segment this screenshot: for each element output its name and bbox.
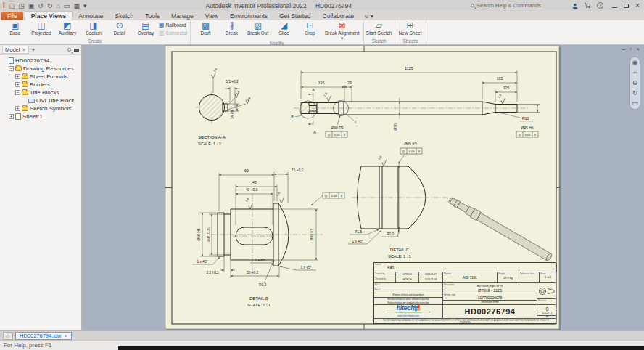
ribbon-appearance-icon[interactable]: ⊙ ▾ xyxy=(360,12,378,20)
start-sketch-button[interactable]: ▱Start Sketch xyxy=(366,20,392,36)
tree-expander-icon[interactable]: + xyxy=(15,106,20,111)
ribbon-tab-tools[interactable]: Tools xyxy=(139,12,165,20)
sheet-icon xyxy=(15,113,21,120)
tree-item-ovi-title-block[interactable]: OVI Title Block xyxy=(0,97,81,105)
break-out-button[interactable]: ▧Break Out xyxy=(245,20,271,36)
nailboard-button[interactable]: ▦Nailboard xyxy=(159,22,188,28)
drawing-sheet-svg: 5,5 +0,214 P91,61,61,6SECTION A-ASCALE: … xyxy=(82,45,644,330)
open-icon[interactable]: ◳ xyxy=(18,2,25,9)
projected-view-icon: ◫ xyxy=(28,21,54,30)
browser-tab-model[interactable]: Model ✕ xyxy=(2,46,29,54)
zoom-icon[interactable]: ⊕ xyxy=(632,80,638,86)
break-button[interactable]: ∦Break xyxy=(219,20,245,36)
inventor-window: I▢◳▣↺↻⌂▭▦▾ Autodesk Inventor Professiona… xyxy=(0,0,644,350)
tree-item-drawing-resources[interactable]: −Drawing Resources xyxy=(0,65,81,73)
draft-button[interactable]: ▩Draft xyxy=(193,20,219,36)
drawing-annotation: 50 +0,2 xyxy=(247,271,258,274)
checked-by: HITECH xyxy=(396,279,418,281)
drawing-annotation: ◎ xyxy=(402,150,405,153)
drawing-annotation: DETAIL B xyxy=(249,296,268,301)
slice-button[interactable]: ◢Slice xyxy=(271,20,297,36)
ribbon-tab-place-views[interactable]: Place Views xyxy=(25,11,73,20)
material-value: AISI 316L xyxy=(443,277,497,280)
sheet-icon[interactable]: ▭ xyxy=(64,2,70,9)
doc-minimize-icon[interactable]: – xyxy=(622,46,625,52)
browser-search-icon[interactable] xyxy=(67,48,71,52)
tree-item-label: Sketch Symbols xyxy=(30,105,71,112)
note-3: Surface finish as per standard unless sp… xyxy=(374,302,442,304)
search-input[interactable]: Search Help & Commands... xyxy=(471,2,565,9)
undo-icon[interactable]: ↺ xyxy=(38,2,44,9)
app-store-cart-icon[interactable] xyxy=(584,2,591,9)
doc-restore-icon[interactable]: ▫ xyxy=(629,46,632,52)
ribbon-tab-sketch[interactable]: Sketch xyxy=(109,12,139,20)
titlebar: I▢◳▣↺↻⌂▭▦▾ Autodesk Inventor Professiona… xyxy=(0,0,644,11)
tree-expander-icon[interactable]: − xyxy=(15,90,20,95)
help-icon[interactable]: ? xyxy=(597,2,603,9)
minimize-button[interactable] xyxy=(612,7,617,8)
ribbon-tab-get-started[interactable]: Get Started xyxy=(273,12,316,20)
tree-item-sketch-symbols[interactable]: +Sketch Symbols xyxy=(0,105,81,113)
drawing-annotation: 0,05 xyxy=(524,133,531,137)
break-alignment-button[interactable]: ⊠Break Alignment ▾ xyxy=(323,20,361,41)
browser-add-tab-button[interactable]: + xyxy=(31,46,35,54)
print-icon[interactable]: ▦ xyxy=(73,2,80,9)
new-file-icon[interactable]: ▢ xyxy=(9,2,15,9)
tree-expander-icon[interactable]: + xyxy=(15,74,20,79)
drawing-annotation: Ø50 H6 xyxy=(197,228,201,240)
nailboard-icon: ▦ xyxy=(159,22,165,28)
drawing-canvas[interactable]: 5,5 +0,214 P91,61,61,6SECTION A-ASCALE: … xyxy=(82,45,644,330)
restore-button[interactable] xyxy=(624,4,629,8)
tree-item-sheet-1[interactable]: +Sheet:1 xyxy=(0,113,81,121)
browser-tab-close-icon[interactable]: ✕ xyxy=(22,47,26,53)
save-icon[interactable]: ▣ xyxy=(28,2,35,9)
ribbon-tab-file[interactable]: File xyxy=(1,12,23,20)
tree-item-title-blocks[interactable]: −Title Blocks xyxy=(0,89,81,97)
section-button[interactable]: ◨Section xyxy=(80,20,107,36)
browser-menu-icon[interactable] xyxy=(74,49,79,52)
ribbon-tab-view[interactable]: View xyxy=(199,12,224,20)
ribbon-tab-annotate[interactable]: Annotate xyxy=(73,12,109,20)
rev1-label: Rev 1 xyxy=(375,284,380,286)
drawing-annotation: 0,05 xyxy=(408,150,415,153)
tree-expander-icon[interactable]: + xyxy=(9,114,14,119)
drawing-annotation: 40 +0,3 xyxy=(246,188,257,192)
title-block: Itemref Part Created by HITECH 2023-11-0… xyxy=(373,262,556,324)
base-button[interactable]: ▣Base xyxy=(2,20,28,36)
ribbon-group-label: Create xyxy=(2,38,188,44)
drawing-annotation: SCALE: 1 : 1 xyxy=(388,254,411,259)
drawing-annotation: SECTION A-A xyxy=(198,135,226,139)
tree-item-borders[interactable]: +Borders xyxy=(0,81,81,89)
tree-expander-icon[interactable]: − xyxy=(9,66,14,71)
ribbon-tab-manage[interactable]: Manage xyxy=(165,12,199,20)
new-sheet-button[interactable]: ⊞New Sheet xyxy=(397,20,424,36)
redo-icon[interactable]: ↻ xyxy=(47,2,53,9)
detail-button[interactable]: ⊙Detail xyxy=(107,20,133,36)
inventor-logo-icon[interactable]: I xyxy=(3,2,5,9)
ribbon-group-label: Sketch xyxy=(366,38,392,44)
tree-expander-icon[interactable]: + xyxy=(15,82,20,87)
close-button[interactable]: × xyxy=(635,1,640,10)
document-tab-close-icon[interactable]: × xyxy=(65,333,67,338)
pan-icon[interactable]: + xyxy=(633,70,637,76)
ribbon-group-sketch: ▱Start SketchSketch xyxy=(364,20,395,44)
doc-close-icon[interactable]: × xyxy=(636,46,640,52)
home-icon[interactable]: ⌂ xyxy=(56,2,59,9)
ribbon-group-sheets: ⊞New SheetSheets xyxy=(395,20,426,44)
navigation-wheel-icon[interactable]: ◉ xyxy=(632,60,638,66)
crop-button[interactable]: ⊡Crop xyxy=(297,20,323,36)
tree-item-hd00276794[interactable]: HD00276794 xyxy=(0,57,81,65)
ribbon-tab-environments[interactable]: Environments xyxy=(224,12,273,20)
look-at-icon[interactable]: ▭ xyxy=(632,100,638,107)
tree-item-sheet-formats[interactable]: +Sheet Formats xyxy=(0,73,81,81)
auxiliary-view-icon: ◩ xyxy=(54,21,80,30)
sign-in-icon[interactable] xyxy=(572,3,578,9)
projected-button[interactable]: ◫Projected xyxy=(28,20,54,36)
auxiliary-button[interactable]: ◩Auxiliary xyxy=(54,20,80,36)
document-tab[interactable]: HD00276794.idw × xyxy=(15,332,72,340)
ribbon-tab-collaborate[interactable]: Collaborate xyxy=(317,12,360,20)
created-date: 2023-11-07 xyxy=(419,274,442,276)
orbit-icon[interactable]: ↻ xyxy=(632,90,638,97)
overlay-button[interactable]: ▤Overlay xyxy=(133,20,159,36)
home-icon[interactable]: ⌂ xyxy=(3,332,13,340)
